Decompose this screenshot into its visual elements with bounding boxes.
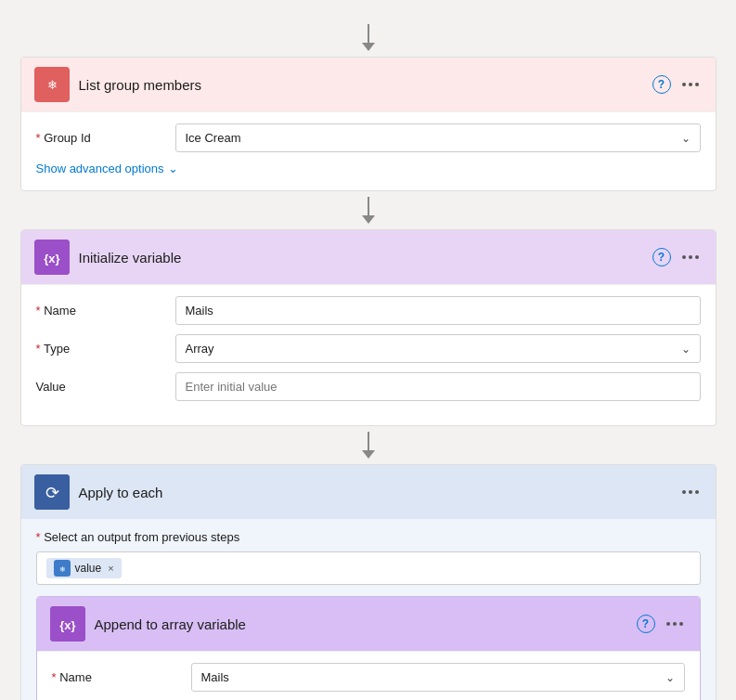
arrow-head-2 — [362, 215, 375, 224]
more-options-button[interactable] — [678, 79, 703, 90]
append-var-icon-svg: {x} — [50, 606, 85, 642]
value-input[interactable] — [175, 372, 701, 401]
group-id-value: Ice Cream — [186, 131, 241, 145]
apply-to-each-title: Apply to each — [79, 485, 669, 500]
group-id-select[interactable]: Ice Cream ⌄ — [175, 123, 701, 152]
name-label: * Name — [36, 304, 175, 318]
append-var-body: * Name Mails ⌄ * Value — [37, 651, 700, 700]
snowflake-icon: ❄ — [41, 73, 63, 96]
show-advanced-chevron: ⌄ — [168, 162, 178, 175]
append-name-label: * Name — [52, 670, 191, 684]
apply-to-each-container: ⟳ Apply to each * Select an output from … — [20, 464, 717, 700]
list-group-members-icon: ❄ — [34, 67, 70, 102]
arrow-line-2 — [368, 197, 369, 215]
svg-text:⟳: ⟳ — [45, 484, 58, 502]
arrow-head — [362, 43, 375, 51]
select-output-field[interactable]: ❄ value × — [36, 551, 701, 585]
append-var-icon: {x} — [50, 606, 85, 642]
value-label: Value — [36, 380, 175, 394]
append-name-row: * Name Mails ⌄ — [52, 663, 685, 692]
top-arrow-connector — [362, 24, 375, 51]
arrow-line — [368, 24, 369, 43]
append-var-actions: ? — [637, 615, 687, 633]
value-tag-text: value — [75, 562, 102, 575]
value-tag-icon: ❄ — [54, 560, 71, 577]
apply-each-icon: ⟳ — [34, 474, 70, 510]
group-id-chevron: ⌄ — [681, 132, 691, 145]
value-row: Value — [36, 372, 701, 401]
value-tag-close[interactable]: × — [108, 563, 113, 574]
svg-text:❄: ❄ — [58, 565, 65, 574]
arrow-connector-3 — [362, 432, 375, 459]
init-var-title: Initialize variable — [79, 250, 643, 266]
append-name-select[interactable]: Mails ⌄ — [191, 663, 685, 692]
svg-text:❄: ❄ — [46, 78, 57, 92]
append-to-array-header: {x} Append to array variable ? — [37, 597, 700, 651]
list-group-members-header: ❄ List group members ? — [21, 58, 716, 111]
append-var-title: Append to array variable — [95, 616, 627, 632]
svg-text:{x}: {x} — [44, 252, 59, 266]
append-var-more-options[interactable] — [663, 618, 687, 629]
group-id-required: * — [36, 131, 41, 145]
apply-to-each-body: * Select an output from previous steps ❄… — [21, 519, 716, 700]
arrow-connector-2 — [362, 197, 375, 224]
type-row: * Type Array ⌄ — [36, 334, 701, 363]
select-output-label: * Select an output from previous steps — [36, 530, 701, 544]
value-tag-snowflake: ❄ — [56, 562, 69, 575]
help-button[interactable]: ? — [652, 75, 671, 94]
name-row: * Name — [36, 296, 701, 325]
type-chevron: ⌄ — [681, 343, 691, 356]
canvas: ❄ List group members ? * Group Id Ice Cr… — [20, 19, 717, 700]
apply-to-each-header: ⟳ Apply to each — [21, 465, 716, 519]
list-group-members-title: List group members — [79, 77, 643, 93]
list-group-members-card: ❄ List group members ? * Group Id Ice Cr… — [20, 57, 717, 191]
apply-each-icon-svg: ⟳ — [34, 474, 70, 510]
init-var-more-options[interactable] — [678, 252, 703, 263]
apply-to-each-more-options[interactable] — [678, 486, 703, 498]
init-var-icon: {x} — [34, 240, 70, 275]
init-var-actions: ? — [652, 248, 703, 266]
show-advanced-button[interactable]: Show advanced options ⌄ — [36, 162, 178, 175]
list-group-members-body: * Group Id Ice Cream ⌄ Show advanced opt… — [21, 111, 716, 190]
type-label: * Type — [36, 342, 175, 356]
append-to-array-card: {x} Append to array variable ? * — [36, 596, 701, 700]
append-var-help-button[interactable]: ? — [637, 615, 655, 633]
list-group-members-actions: ? — [652, 75, 703, 94]
group-id-row: * Group Id Ice Cream ⌄ — [36, 123, 701, 152]
value-tag: ❄ value × — [46, 558, 122, 578]
apply-to-each-actions — [678, 486, 703, 498]
arrow-line-3 — [368, 432, 369, 450]
group-id-label: * Group Id — [36, 131, 175, 145]
name-input[interactable] — [175, 296, 701, 325]
init-var-body: * Name * Type Array ⌄ Value — [21, 284, 716, 425]
initialize-variable-header: {x} Initialize variable ? — [21, 230, 716, 284]
initialize-variable-card: {x} Initialize variable ? * Name — [20, 229, 717, 426]
init-var-help-button[interactable]: ? — [652, 248, 671, 266]
arrow-head-3 — [362, 450, 375, 459]
append-name-chevron: ⌄ — [665, 671, 675, 684]
svg-text:{x}: {x} — [59, 618, 75, 632]
type-select[interactable]: Array ⌄ — [175, 334, 701, 363]
init-var-icon-svg: {x} — [34, 240, 70, 275]
type-value: Array — [186, 342, 214, 356]
append-name-value: Mails — [201, 670, 229, 684]
